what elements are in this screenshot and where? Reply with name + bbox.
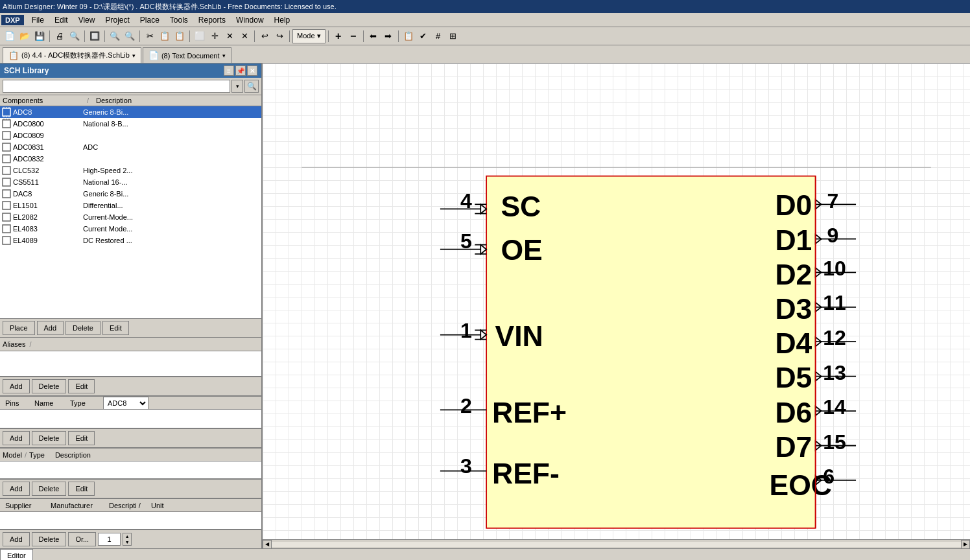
component-row-adc0800[interactable]: ADC0800 National 8-B...	[0, 118, 261, 130]
sep4	[139, 30, 140, 42]
component-row-el4083[interactable]: EL4083 Current Mode...	[0, 223, 261, 235]
search-input[interactable]	[3, 80, 230, 93]
print-btn[interactable]: 🖨	[53, 29, 67, 43]
tab-textdoc-dropdown[interactable]: ▾	[222, 52, 226, 59]
wire-btn[interactable]: ✕	[222, 29, 237, 43]
hscroll-right[interactable]: ▶	[961, 540, 970, 549]
unit-input[interactable]	[98, 533, 121, 546]
component-row-cs5511[interactable]: CS5511 National 16-...	[0, 176, 261, 188]
paste-btn[interactable]: 📋	[172, 29, 187, 43]
delete-comp-btn[interactable]: Delete	[65, 321, 101, 335]
redo-btn[interactable]: ↪	[272, 29, 287, 43]
menu-reports[interactable]: Reports	[193, 14, 231, 26]
minus-btn[interactable]: −	[346, 29, 361, 43]
tab-schlib[interactable]: 📋 (8) 4.4 - ADC模数转换器件.SchLib ▾	[3, 47, 141, 63]
search-go-btn[interactable]: 🔍	[244, 80, 259, 93]
component-row-el1501[interactable]: EL1501 Differential...	[0, 200, 261, 211]
search-dropdown-btn[interactable]: ▾	[231, 80, 243, 93]
tab-editor[interactable]: Editor	[0, 549, 33, 560]
supplier-content	[0, 511, 261, 530]
canvas-area[interactable]: 4 SC 5 OE 1 VIN 2 REF+	[263, 64, 970, 548]
svg-rect-17	[3, 202, 10, 209]
view3-btn[interactable]: ⊞	[446, 29, 460, 43]
component-row-clc532[interactable]: CLC532 High-Speed 2...	[0, 165, 261, 176]
cut-btn[interactable]: ✂	[143, 29, 157, 43]
doc-btn[interactable]: 📋	[401, 29, 416, 43]
check-btn[interactable]: ✔	[416, 29, 431, 43]
menu-tools[interactable]: Tools	[165, 14, 193, 26]
copy-btn[interactable]: 📋	[158, 29, 172, 43]
panel-close-btn[interactable]: ✕	[247, 65, 257, 76]
dxp-logo[interactable]: DXP	[1, 15, 24, 25]
spinner-up[interactable]: ▲	[123, 533, 131, 539]
hscroll-left[interactable]: ◀	[263, 540, 272, 549]
panel-menu-btn[interactable]: ≡	[224, 65, 234, 76]
edit-alias-btn[interactable]: Edit	[68, 379, 95, 393]
svg-rect-11	[3, 132, 10, 139]
plus-btn[interactable]: +	[331, 29, 346, 43]
delete-supplier-btn[interactable]: Delete	[32, 532, 67, 546]
comp-desc-dac8: Generic 8-Bi...	[83, 190, 260, 198]
place-btn[interactable]: Place	[3, 321, 35, 335]
pins-comp-dropdown[interactable]: ADC8	[103, 397, 148, 410]
component-row-adc0809[interactable]: ADC0809	[0, 130, 261, 141]
component-row-el2082[interactable]: EL2082 Current-Mode...	[0, 211, 261, 223]
component-chip-icon-8	[1, 189, 12, 199]
schlib-icon: 📋	[8, 51, 19, 60]
tab-textdoc[interactable]: 📄 (8) Text Document ▾	[143, 47, 231, 63]
zoom-in-btn[interactable]: 🔍	[108, 29, 122, 43]
save-btn[interactable]: 💾	[32, 29, 47, 43]
menu-window[interactable]: Window	[231, 14, 269, 26]
wire2-btn[interactable]: ✕	[237, 29, 252, 43]
or-btn[interactable]: Or...	[68, 532, 96, 546]
comp-name-adc0800: ADC0800	[13, 120, 83, 128]
component-chip-icon-10	[1, 212, 12, 222]
preview-btn[interactable]: 🔍	[67, 29, 82, 43]
add-supplier-btn[interactable]: Add	[3, 532, 30, 546]
edit-comp-btn[interactable]: Edit	[102, 321, 129, 335]
components-section: ADC8 Generic 8-Bi... ADC0800 National 8-…	[0, 106, 261, 318]
add-pin-btn[interactable]: Add	[3, 431, 30, 445]
components-list[interactable]: ADC8 Generic 8-Bi... ADC0800 National 8-…	[0, 106, 261, 318]
delete-pin-btn[interactable]: Delete	[32, 431, 67, 445]
menu-project[interactable]: Project	[100, 14, 134, 26]
component-row-adc8[interactable]: ADC8 Generic 8-Bi...	[0, 106, 261, 118]
pin13-num: 13	[823, 361, 846, 384]
add-alias-btn[interactable]: Add	[3, 379, 30, 393]
delete-alias-btn[interactable]: Delete	[32, 379, 67, 393]
delete-model-btn[interactable]: Delete	[32, 482, 67, 496]
component-row-dac8[interactable]: DAC8 Generic 8-Bi...	[0, 188, 261, 200]
menu-place[interactable]: Place	[135, 14, 165, 26]
spinner-down[interactable]: ▼	[123, 539, 131, 545]
comp-desc-adc0800: National 8-B...	[83, 120, 260, 128]
new-btn[interactable]: 📄	[3, 29, 17, 43]
add-model-btn[interactable]: Add	[3, 482, 30, 496]
tab-dropdown-icon[interactable]: ▾	[132, 52, 136, 59]
back-btn[interactable]: ⬅	[366, 29, 381, 43]
menu-help[interactable]: Help	[269, 14, 296, 26]
undo-btn[interactable]: ↩	[257, 29, 272, 43]
main-layout: SCH Library ≡ 📌 ✕ ▾ 🔍 Components / Descr…	[0, 64, 970, 548]
zoom-out-btn[interactable]: 🔍	[123, 29, 137, 43]
model-slash: /	[25, 451, 27, 459]
panel-pin-btn[interactable]: 📌	[235, 65, 246, 76]
grid-btn[interactable]: #	[431, 29, 445, 43]
component-row-adc0832[interactable]: ADC0832	[0, 153, 261, 165]
edit-model-btn[interactable]: Edit	[68, 482, 95, 496]
mode-dropdown[interactable]: Mode ▾	[292, 29, 325, 43]
component-btn[interactable]: 🔲	[88, 29, 102, 43]
menu-view[interactable]: View	[73, 14, 101, 26]
edit-pin-btn[interactable]: Edit	[68, 431, 95, 445]
fwd-btn[interactable]: ➡	[381, 29, 396, 43]
menu-edit[interactable]: Edit	[49, 14, 73, 26]
component-row-el4089[interactable]: EL4089 DC Restored ...	[0, 235, 261, 246]
component-row-adc0831[interactable]: ADC0831 ADC	[0, 141, 261, 153]
hscroll-track[interactable]	[272, 542, 961, 547]
select-btn[interactable]: ⬜	[193, 29, 207, 43]
open-btn[interactable]: 📂	[18, 29, 32, 43]
unit-spinner[interactable]: ▲ ▼	[123, 533, 132, 546]
sep8	[328, 30, 329, 42]
add-comp-btn[interactable]: Add	[37, 321, 64, 335]
cross-btn[interactable]: ✛	[207, 29, 222, 43]
menu-file[interactable]: File	[27, 14, 49, 26]
